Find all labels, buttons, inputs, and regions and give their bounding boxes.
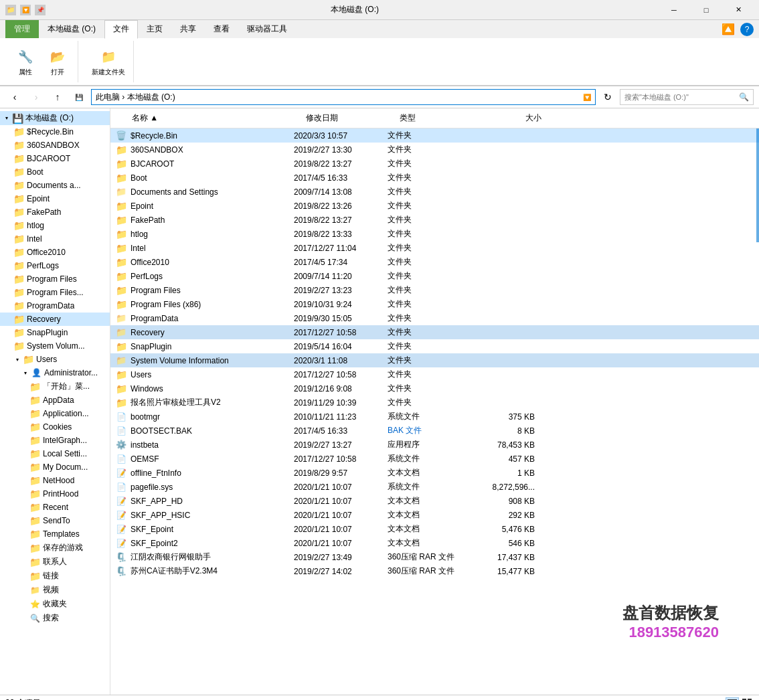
sidebar-item-nethood[interactable]: 📁 NetHood <box>0 474 110 487</box>
sidebar-item-contacts[interactable]: 📁 联系人 <box>0 555 110 569</box>
sidebar-item-links[interactable]: 📁 链接 <box>0 569 110 583</box>
table-row[interactable]: 📄 bootmgr 2010/11/21 11:23 系统文件 375 KB <box>110 410 759 424</box>
address-input[interactable]: 此电脑 › 本地磁盘 (O:) 🔽 <box>91 89 596 105</box>
table-row[interactable]: 🗜️ 江阴农商银行网银助手 2019/2/27 13:49 360压缩 RAR … <box>110 550 759 564</box>
table-row[interactable]: 📝 offline_FtnInfo 2019/8/29 9:57 文本文档 1 … <box>110 466 759 480</box>
table-row[interactable]: 📄 BOOTSECT.BAK 2017/4/5 16:33 BAK 文件 8 K… <box>110 424 759 438</box>
table-row[interactable]: 📁 Windows 2019/12/16 9:08 文件夹 <box>110 381 759 396</box>
refresh-button[interactable]: ↻ <box>598 89 617 105</box>
table-row[interactable]: 📝 SKF_APP_HD 2020/1/21 10:07 文本文档 908 KB <box>110 494 759 508</box>
sidebar-item-epoint[interactable]: 📁 Epoint <box>0 192 110 205</box>
sidebar-item-program-files[interactable]: 📁 Program Files <box>0 272 110 286</box>
table-row[interactable]: 📁 Epoint 2019/8/22 13:26 文件夹 <box>110 199 759 213</box>
sidebar-item-favorites[interactable]: ⭐ 收藏夹 <box>0 597 110 611</box>
tab-share[interactable]: 共享 <box>171 20 205 38</box>
tab-file[interactable]: 文件 <box>104 20 138 39</box>
sidebar-item-my-documents[interactable]: 📁 My Docum... <box>0 460 110 474</box>
sidebar-item-boot[interactable]: 📁 Boot <box>0 165 110 179</box>
table-row[interactable]: 📁 360SANDBOX 2019/2/27 13:30 文件夹 <box>110 143 759 157</box>
tab-view[interactable]: 查看 <box>205 20 238 38</box>
table-row[interactable]: 📄 OEMSF 2017/12/27 10:58 系统文件 457 KB <box>110 452 759 466</box>
sidebar-item-users[interactable]: ▾ 📁 Users <box>0 353 110 366</box>
sidebar-item-bjcaroot[interactable]: 📁 BJCAROOT <box>0 152 110 165</box>
maximize-button[interactable]: □ <box>691 0 722 20</box>
table-row[interactable]: 📁 Documents and Settings 2009/7/14 13:08… <box>110 185 759 199</box>
sidebar-item-intel[interactable]: 📁 Intel <box>0 232 110 246</box>
table-row[interactable]: 📁 FakePath 2019/8/22 13:27 文件夹 <box>110 213 759 227</box>
table-row[interactable]: 🗑️ $Recycle.Bin 2020/3/3 10:57 文件夹 <box>110 128 759 143</box>
sidebar-item-docs[interactable]: 📁 Documents a... <box>0 179 110 192</box>
ribbon-collapse-btn[interactable]: 🔼 <box>722 23 735 35</box>
ribbon-btn-new-folder[interactable]: 📁 新建文件夹 <box>89 43 128 80</box>
ribbon-btn-open[interactable]: 📂 打开 <box>43 43 72 80</box>
table-row[interactable]: 📁 Program Files 2019/2/27 13:23 文件夹 <box>110 283 759 297</box>
search-input[interactable] <box>624 93 739 101</box>
sidebar-item-administrator[interactable]: ▾ 👤 Administrator... <box>0 366 110 379</box>
sidebar-item-programdata[interactable]: 📁 ProgramData <box>0 299 110 313</box>
up-button[interactable]: ↑ <box>48 89 67 105</box>
search-box[interactable]: 🔍 <box>620 89 754 105</box>
list-view-button[interactable] <box>726 697 739 701</box>
table-row[interactable]: 📁 Office2010 2017/4/5 17:34 文件夹 <box>110 255 759 269</box>
sidebar-item-office2010[interactable]: 📁 Office2010 <box>0 246 110 259</box>
expand-icon[interactable]: ▾ <box>13 355 21 363</box>
sidebar-item-templates[interactable]: 📁 Templates <box>0 527 110 541</box>
sidebar-item-system-volume[interactable]: 📁 System Volum... <box>0 339 110 353</box>
ribbon-btn-properties[interactable]: 🔧 属性 <box>11 43 40 80</box>
table-row[interactable]: 🗜️ 苏州CA证书助手V2.3M4 2019/2/27 14:02 360压缩 … <box>110 564 759 578</box>
sidebar-item-start-menu[interactable]: 📁 「开始」菜... <box>0 379 110 393</box>
table-row[interactable]: 📁 BJCAROOT 2019/8/22 13:27 文件夹 <box>110 157 759 171</box>
detail-view-button[interactable] <box>740 697 754 701</box>
sidebar-item-recovery[interactable]: 📁 Recovery <box>0 313 110 326</box>
table-row[interactable]: 📁 Boot 2017/4/5 16:33 文件夹 <box>110 171 759 185</box>
back-button[interactable]: ‹ <box>5 89 24 105</box>
minimize-button[interactable]: ─ <box>659 0 689 20</box>
quick-access-icon[interactable]: 🔽 <box>20 5 31 15</box>
sidebar-item-intelgraph[interactable]: 📁 IntelGraph... <box>0 434 110 447</box>
table-row[interactable]: 📝 SKF_Epoint 2020/1/21 10:07 文本文档 5,476 … <box>110 522 759 536</box>
sidebar-item-recent[interactable]: 📁 Recent <box>0 501 110 514</box>
table-row[interactable]: 📁 Users 2017/12/27 10:58 文件夹 <box>110 367 759 381</box>
forward-button[interactable]: › <box>27 89 46 105</box>
sidebar-item-fakepath[interactable]: 📁 FakePath <box>0 205 110 219</box>
col-header-name[interactable]: 名称 ▲ <box>129 111 303 125</box>
table-row-system-volume[interactable]: 📁 System Volume Information 2020/3/1 11:… <box>110 353 759 367</box>
table-row[interactable]: 📄 pagefile.sys 2020/1/21 10:07 系统文件 8,27… <box>110 480 759 494</box>
sidebar-item-program-files-x86[interactable]: 📁 Program Files... <box>0 286 110 299</box>
sidebar-item-printhood[interactable]: 📁 PrintHood <box>0 487 110 501</box>
tab-manage[interactable]: 管理 <box>5 20 39 38</box>
sidebar-item-saved-games[interactable]: 📁 保存的游戏 <box>0 541 110 555</box>
tab-drive[interactable]: 本地磁盘 (O:) <box>39 20 104 38</box>
col-header-size[interactable]: 大小 <box>477 111 544 125</box>
expand-icon[interactable]: ▾ <box>21 369 29 377</box>
help-button[interactable]: ? <box>740 23 754 36</box>
sidebar-item-search[interactable]: 🔍 搜索 <box>0 611 110 625</box>
table-row[interactable]: 📝 SKF_Epoint2 2020/1/21 10:07 文本文档 546 K… <box>110 536 759 550</box>
table-row[interactable]: 📁 PerfLogs 2009/7/14 11:20 文件夹 <box>110 269 759 283</box>
col-header-type[interactable]: 类型 <box>397 111 477 125</box>
tab-home[interactable]: 主页 <box>138 20 171 38</box>
sidebar-item-perflogs[interactable]: 📁 PerfLogs <box>0 259 110 272</box>
tab-driver-tools[interactable]: 驱动器工具 <box>238 20 296 38</box>
sidebar-item-videos[interactable]: 📁 视频 <box>0 583 110 597</box>
close-button[interactable]: ✕ <box>723 0 754 20</box>
sidebar-item-application[interactable]: 📁 Application... <box>0 407 110 420</box>
sidebar-item-appdata[interactable]: 📁 AppData <box>0 393 110 407</box>
expand-icon[interactable]: ▾ <box>3 114 11 122</box>
col-header-date[interactable]: 修改日期 <box>303 111 397 125</box>
table-row[interactable]: 📁 ProgramData 2019/9/30 15:05 文件夹 <box>110 311 759 325</box>
sidebar-item-local-settings[interactable]: 📁 Local Setti... <box>0 447 110 460</box>
table-row[interactable]: ⚙️ instbeta 2019/2/27 13:27 应用程序 78,453 … <box>110 438 759 452</box>
table-row[interactable]: 📁 SnapPlugin 2019/5/14 16:04 文件夹 <box>110 339 759 353</box>
table-row[interactable]: 📁 Program Files (x86) 2019/10/31 9:24 文件… <box>110 297 759 311</box>
table-row[interactable]: 📁 htlog 2019/8/22 13:33 文件夹 <box>110 227 759 241</box>
sidebar-item-sendto[interactable]: 📁 SendTo <box>0 514 110 527</box>
table-row[interactable]: 📝 SKF_APP_HSIC 2020/1/21 10:07 文本文档 292 … <box>110 508 759 522</box>
sidebar-item-htlog[interactable]: 📁 htlog <box>0 219 110 232</box>
sidebar-item-snapplugin[interactable]: 📁 SnapPlugin <box>0 326 110 339</box>
table-row[interactable]: 📁 Intel 2017/12/27 11:04 文件夹 <box>110 241 759 255</box>
sidebar-item-recycle-bin[interactable]: 📁 $Recycle.Bin <box>0 125 110 139</box>
table-row-recovery[interactable]: 📁 Recovery 2017/12/27 10:58 文件夹 <box>110 325 759 339</box>
sidebar-item-drive[interactable]: ▾ 💾 本地磁盘 (O:) <box>0 111 110 125</box>
drive-button[interactable]: 💾 <box>70 89 88 105</box>
